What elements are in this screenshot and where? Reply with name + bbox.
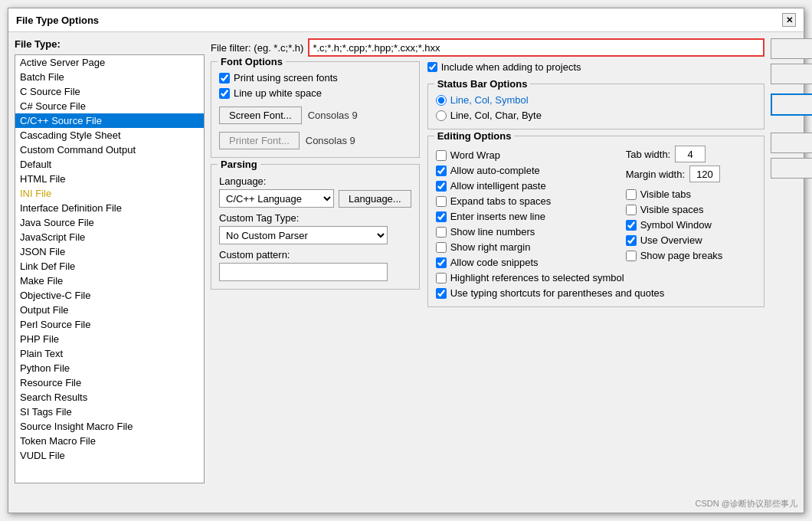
editing-right-checkbox-label-4: Show page breaks [640, 250, 723, 261]
include-row: Include when adding to projects [427, 61, 765, 73]
list-item[interactable]: PHP File [15, 332, 204, 346]
editing-checkbox-5[interactable] [436, 227, 447, 238]
close-icon[interactable]: ✕ [782, 13, 796, 27]
right-col: Include when adding to projects Status B… [427, 61, 765, 483]
tab-width-input[interactable] [675, 146, 706, 162]
full-checkbox-1[interactable] [436, 288, 447, 299]
editing-right-checkbox-row: Show page breaks [626, 250, 756, 261]
list-item[interactable]: Cascading Style Sheet [15, 128, 204, 143]
custom-pattern-input[interactable] [219, 263, 388, 281]
dialog-body: File Type: Active Server PageBatch FileC… [8, 32, 804, 490]
editing-checkbox-row: Word Wrap [436, 149, 614, 161]
language-select[interactable]: C/C++ Language [219, 189, 334, 208]
parsing-title: Parsing [218, 159, 260, 170]
editing-right-checkbox-3[interactable] [626, 235, 637, 246]
left-panel: File Type: Active Server PageBatch FileC… [15, 38, 205, 483]
editing-right-checkbox-2[interactable] [626, 220, 637, 231]
list-item[interactable]: C Source File [15, 84, 204, 99]
list-item[interactable]: Perl Source File [15, 317, 204, 332]
editing-checkbox-2[interactable] [436, 181, 447, 192]
list-item[interactable]: Default [15, 157, 204, 172]
editing-right-checkbox-0[interactable] [626, 189, 637, 200]
file-list-container[interactable]: Active Server PageBatch FileC Source Fil… [15, 54, 205, 483]
list-item[interactable]: Search Results [15, 390, 204, 405]
list-item[interactable]: JavaScript File [15, 230, 204, 244]
list-item[interactable]: Java Source File [15, 215, 204, 230]
language-button[interactable]: Language... [339, 190, 411, 208]
list-item[interactable]: Resource File [15, 375, 204, 390]
remove-type-button[interactable]: Remove Type [771, 64, 812, 84]
list-item[interactable]: C/C++ Source File [15, 113, 204, 128]
full-checkbox-row: Use typing shortcuts for parentheses and… [436, 287, 756, 299]
editing-checkbox-label-2: Allow intelligent paste [450, 180, 546, 192]
title-bar: File Type Options ✕ [8, 8, 804, 32]
status-radio-2-label: Line, Col, Char, Byte [450, 110, 542, 121]
editing-checkbox-7[interactable] [436, 257, 447, 268]
parsing-section: Parsing Language: C/C++ Language Languag… [211, 164, 420, 290]
list-item[interactable]: INI File [15, 186, 204, 201]
center-col: Font Options Print using screen fonts Li… [211, 61, 420, 483]
editing-checkbox-4[interactable] [436, 211, 447, 222]
list-item[interactable]: SI Tags File [15, 405, 204, 419]
list-item[interactable]: JSON File [15, 244, 204, 259]
tab-width-row: Tab width: [626, 146, 756, 162]
print-screen-fonts-checkbox[interactable] [219, 73, 230, 84]
status-bar-title: Status Bar Options [434, 78, 531, 90]
include-checkbox[interactable] [427, 62, 437, 72]
editing-checkbox-label-1: Allow auto-complete [450, 165, 540, 176]
editing-checkbox-6[interactable] [436, 242, 447, 253]
editing-right-checkbox-label-1: Visible spaces [640, 204, 704, 215]
editing-checkbox-row: Allow auto-complete [436, 165, 614, 176]
list-item[interactable]: HTML File [15, 172, 204, 186]
list-item[interactable]: VUDL File [15, 448, 204, 463]
editing-checkbox-row: Allow code snippets [436, 257, 614, 268]
list-item[interactable]: Objective-C File [15, 288, 204, 303]
status-radio-2[interactable] [436, 110, 447, 121]
editing-right-checkbox-row: Visible spaces [626, 204, 756, 215]
list-item[interactable]: Custom Command Output [15, 143, 204, 157]
status-radio-1[interactable] [436, 95, 447, 106]
list-item[interactable]: Plain Text [15, 346, 204, 361]
editing-right-checkbox-row: Visible tabs [626, 188, 756, 200]
editing-right-checkbox-4[interactable] [626, 251, 637, 261]
status-radio-1-row: Line, Col, Symbol [436, 94, 756, 106]
content-area: Font Options Print using screen fonts Li… [211, 61, 765, 483]
list-item[interactable]: Link Def File [15, 259, 204, 274]
printer-font-button[interactable]: Printer Font... [219, 132, 300, 149]
editing-right-checkbox-1[interactable] [626, 205, 637, 215]
editing-checkbox-0[interactable] [436, 150, 447, 161]
editing-two-col: Word WrapAllow auto-completeAllow intell… [436, 146, 756, 268]
editing-checkbox-label-5: Show line numbers [450, 226, 535, 238]
full-width-checks: Highlight references to selected symbolU… [436, 272, 756, 299]
close-button[interactable]: Close [771, 93, 812, 116]
list-item[interactable]: Interface Definition File [15, 201, 204, 215]
list-item[interactable]: Active Server Page [15, 55, 204, 70]
auto-indent-button[interactable]: Auto Indent... [771, 133, 812, 153]
editing-right-checkbox-label-0: Visible tabs [640, 188, 691, 200]
language-label: Language: [219, 175, 411, 187]
list-item[interactable]: Token Macro File [15, 434, 204, 448]
editing-right-checkbox-row: Symbol Window [626, 219, 756, 231]
line-up-whitespace-label: Line up white space [234, 87, 322, 99]
custom-tag-select[interactable]: No Custom Parser [219, 226, 388, 244]
file-list: Active Server PageBatch FileC Source Fil… [15, 55, 204, 463]
editing-checkbox-1[interactable] [436, 165, 447, 176]
editing-checkbox-label-7: Allow code snippets [450, 257, 539, 268]
screen-font-button[interactable]: Screen Font... [219, 106, 302, 124]
editing-right-checkbox-row: Use Overview [626, 234, 756, 246]
list-item[interactable]: C# Source File [15, 99, 204, 113]
list-item[interactable]: Python File [15, 361, 204, 375]
full-checkbox-0[interactable] [436, 273, 447, 283]
list-item[interactable]: Output File [15, 303, 204, 317]
add-type-button[interactable]: Add Type... [771, 38, 812, 59]
list-item[interactable]: Make File [15, 274, 204, 288]
filter-input[interactable] [308, 38, 764, 57]
list-item[interactable]: Batch File [15, 70, 204, 84]
screen-font-row: Screen Font... Consolas 9 [219, 106, 411, 124]
margin-width-input[interactable] [689, 165, 720, 182]
editing-checkbox-3[interactable] [436, 196, 447, 207]
line-up-whitespace-checkbox[interactable] [219, 88, 230, 99]
margin-width-label: Margin width: [626, 169, 685, 180]
help-button[interactable]: Help [771, 158, 812, 179]
list-item[interactable]: Source Insight Macro File [15, 419, 204, 434]
